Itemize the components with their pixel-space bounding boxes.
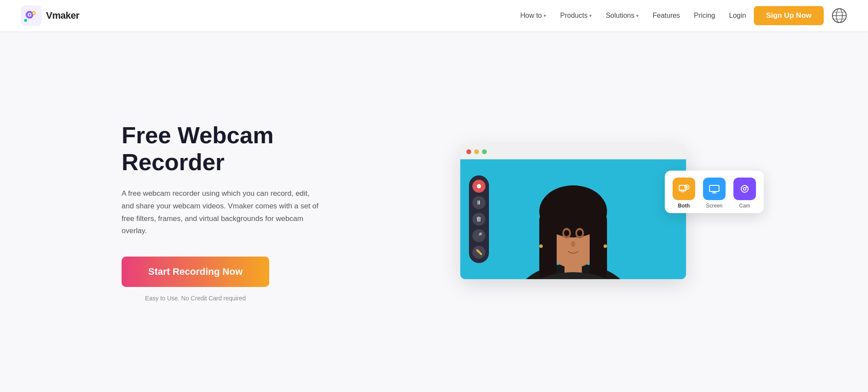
svg-point-36 xyxy=(571,241,575,247)
browser-mockup: ⏸ 🗑 🎤 ✏️ xyxy=(460,145,686,279)
cam-icon xyxy=(733,178,756,200)
record-button[interactable] xyxy=(472,180,485,193)
svg-point-23 xyxy=(746,186,747,188)
record-option-screen[interactable]: Screen xyxy=(703,178,726,209)
control-bar: ⏸ 🗑 🎤 ✏️ xyxy=(469,175,489,263)
svg-point-3 xyxy=(29,14,30,16)
solutions-chevron-icon: ▾ xyxy=(636,13,639,19)
screen-icon xyxy=(703,178,726,200)
svg-rect-18 xyxy=(713,192,716,193)
login-button[interactable]: Login xyxy=(729,12,746,20)
svg-rect-19 xyxy=(712,193,717,194)
logo[interactable]: Vmaker xyxy=(21,5,79,26)
dot-red xyxy=(466,149,471,154)
record-options-popup: Both Screen xyxy=(665,171,764,213)
record-option-cam[interactable]: Cam xyxy=(733,178,756,209)
nav-products[interactable]: Products ▾ xyxy=(560,12,592,20)
cam-label: Cam xyxy=(739,203,750,209)
cta-subtext: Easy to Use. No Credit Card required xyxy=(122,295,269,302)
logo-text: Vmaker xyxy=(46,10,79,21)
both-icon xyxy=(673,178,695,200)
delete-button[interactable]: 🗑 xyxy=(472,213,485,226)
nav-solutions[interactable]: Solutions ▾ xyxy=(606,12,639,20)
nav-links: How to ▾ Products ▾ Solutions ▾ Features… xyxy=(520,12,715,20)
svg-point-35 xyxy=(577,230,582,236)
screen-label: Screen xyxy=(706,203,723,209)
svg-rect-4 xyxy=(24,19,27,22)
nav-howto[interactable]: How to ▾ xyxy=(520,12,546,20)
hero-title: Free Webcam Recorder xyxy=(122,122,347,175)
hero-right: Both Screen xyxy=(347,145,799,279)
navbar: Vmaker How to ▾ Products ▾ Solutions ▾ F… xyxy=(0,0,868,31)
svg-point-37 xyxy=(539,244,543,248)
dot-green xyxy=(482,149,487,154)
svg-point-6 xyxy=(33,12,35,14)
products-chevron-icon: ▾ xyxy=(589,13,592,19)
logo-icon xyxy=(21,5,42,26)
browser-bar xyxy=(460,145,686,159)
mic-button[interactable]: 🎤 xyxy=(472,229,485,242)
svg-rect-13 xyxy=(679,191,686,191)
person-silhouette xyxy=(460,159,686,279)
pause-button[interactable]: ⏸ xyxy=(472,196,485,209)
hero-left: Free Webcam Recorder A free webcam recor… xyxy=(122,122,347,302)
cta-button[interactable]: Start Recording Now xyxy=(122,257,269,287)
hero-description: A free webcam recorder using which you c… xyxy=(122,188,321,238)
dot-yellow xyxy=(474,149,479,154)
svg-point-38 xyxy=(604,244,607,248)
both-label: Both xyxy=(678,203,690,209)
settings-button[interactable]: ✏️ xyxy=(472,246,485,259)
browser-content: ⏸ 🗑 🎤 ✏️ xyxy=(460,159,686,279)
svg-rect-14 xyxy=(681,191,684,192)
nav-pricing[interactable]: Pricing xyxy=(694,12,715,20)
record-option-both[interactable]: Both xyxy=(673,178,695,209)
svg-point-16 xyxy=(686,186,688,188)
globe-icon[interactable] xyxy=(832,8,847,23)
nav-actions: Login Sign Up Now xyxy=(729,6,847,25)
signup-button[interactable]: Sign Up Now xyxy=(754,6,824,25)
svg-rect-17 xyxy=(710,185,719,191)
howto-chevron-icon: ▾ xyxy=(544,13,546,19)
hero-section: Free Webcam Recorder A free webcam recor… xyxy=(0,31,868,392)
svg-point-22 xyxy=(744,188,746,190)
nav-features[interactable]: Features xyxy=(653,12,680,20)
svg-point-34 xyxy=(564,230,569,236)
